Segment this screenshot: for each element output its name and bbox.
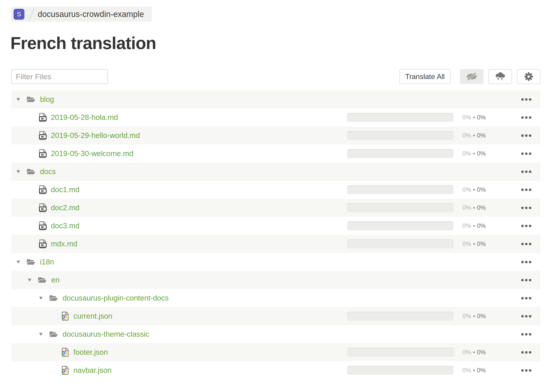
progress-bar xyxy=(347,149,453,158)
progress-percentages: 0%•0% xyxy=(453,349,486,356)
hide-completed-button[interactable] xyxy=(460,69,484,84)
collapse-triangle-icon[interactable] xyxy=(39,333,43,336)
json-file-icon xyxy=(61,366,69,375)
folder-icon xyxy=(26,258,36,266)
file-name-link[interactable]: footer.json xyxy=(73,348,108,357)
project-avatar[interactable]: S xyxy=(14,9,24,20)
folder-name-link[interactable]: docs xyxy=(40,167,56,176)
folder-row: i18n xyxy=(11,253,540,271)
folder-name-link[interactable]: en xyxy=(51,276,60,284)
file-row: footer.json 0%•0% xyxy=(11,343,540,361)
chrome-logo-icon xyxy=(62,369,67,374)
collapse-triangle-icon[interactable] xyxy=(16,98,20,101)
settings-gear-icon xyxy=(524,72,533,81)
file-row: M↓ doc1.md 0%•0% xyxy=(11,181,540,199)
progress-bar xyxy=(347,366,453,375)
progress-bar xyxy=(347,203,453,212)
row-menu-button[interactable] xyxy=(486,134,531,137)
markdown-file-icon: M↓ xyxy=(39,113,46,122)
progress-bar xyxy=(347,131,453,140)
settings-button[interactable] xyxy=(517,69,540,84)
progress-percentages: 0%•0% xyxy=(453,222,486,229)
progress-bar xyxy=(347,185,453,194)
file-row: M↓ doc3.md 0%•0% xyxy=(11,217,540,235)
folder-row: docusaurus-theme-classic xyxy=(11,325,540,343)
sync-files-button[interactable] xyxy=(488,69,512,84)
folder-icon xyxy=(26,168,36,175)
file-row: M↓ mdx.md 0%•0% xyxy=(11,235,540,253)
file-name-link[interactable]: current.json xyxy=(73,312,112,320)
markdown-file-icon: M↓ xyxy=(39,239,46,248)
row-menu-button[interactable] xyxy=(486,279,531,281)
row-menu-button[interactable] xyxy=(486,207,531,209)
folder-icon xyxy=(49,294,58,302)
breadcrumb-project-link[interactable]: docusaurus-crowdin-example xyxy=(38,9,144,19)
collapse-triangle-icon[interactable] xyxy=(16,261,20,264)
collapse-triangle-icon[interactable] xyxy=(39,297,43,300)
row-menu-button[interactable] xyxy=(486,261,531,263)
file-row: navbar.json 0%•0% xyxy=(11,361,540,379)
file-tree: blog M↓ 2019-05-28-hola.md 0%•0% M↓ 2019… xyxy=(11,90,540,379)
folder-name-link[interactable]: blog xyxy=(40,95,54,104)
progress-bar xyxy=(347,113,453,122)
file-row: M↓ doc2.md 0%•0% xyxy=(11,199,540,217)
chrome-logo-icon xyxy=(62,315,67,320)
file-name-link[interactable]: 2019-05-30-welcome.md xyxy=(51,149,133,158)
file-name-link[interactable]: doc2.md xyxy=(51,203,79,212)
progress-percentages: 0%•0% xyxy=(453,367,486,374)
collapse-triangle-icon[interactable] xyxy=(28,279,31,282)
file-name-link[interactable]: doc3.md xyxy=(51,222,79,230)
folder-row: docusaurus-plugin-content-docs xyxy=(11,289,540,307)
progress-bar xyxy=(347,239,453,248)
row-menu-button[interactable] xyxy=(486,170,531,173)
file-name-link[interactable]: navbar.json xyxy=(73,366,112,375)
eye-slash-icon xyxy=(466,72,477,81)
file-row: M↓ 2019-05-28-hola.md 0%•0% xyxy=(11,108,540,126)
row-menu-button[interactable] xyxy=(486,189,531,191)
markdown-file-icon: M↓ xyxy=(39,221,46,230)
row-menu-button[interactable] xyxy=(486,98,531,101)
row-menu-button[interactable] xyxy=(486,225,531,227)
row-menu-button[interactable] xyxy=(486,243,531,245)
progress-bar xyxy=(347,312,453,321)
progress-percentages: 0%•0% xyxy=(453,313,486,320)
row-menu-button[interactable] xyxy=(486,297,531,299)
row-menu-button[interactable] xyxy=(486,116,531,119)
row-menu-button[interactable] xyxy=(486,333,531,336)
progress-percentages: 0%•0% xyxy=(453,150,486,157)
file-row: M↓ 2019-05-30-welcome.md 0%•0% xyxy=(11,145,540,163)
file-name-link[interactable]: 2019-05-29-hello-world.md xyxy=(51,131,140,140)
file-row: current.json 0%•0% xyxy=(11,307,540,325)
markdown-file-icon: M↓ xyxy=(39,185,46,194)
file-name-link[interactable]: 2019-05-28-hola.md xyxy=(51,113,118,122)
file-row: M↓ 2019-05-29-hello-world.md 0%•0% xyxy=(11,126,540,145)
json-file-icon xyxy=(61,348,69,357)
file-name-link[interactable]: doc1.md xyxy=(51,185,79,194)
progress-percentages: 0%•0% xyxy=(453,132,486,139)
folder-icon xyxy=(49,331,58,338)
markdown-file-icon: M↓ xyxy=(39,131,46,140)
row-menu-button[interactable] xyxy=(486,351,531,354)
breadcrumb: S docusaurus-crowdin-example xyxy=(11,7,152,22)
folder-name-link[interactable]: docusaurus-theme-classic xyxy=(63,330,149,338)
folder-row: blog xyxy=(11,90,540,108)
file-name-link[interactable]: mdx.md xyxy=(51,240,77,248)
folder-name-link[interactable]: docusaurus-plugin-content-docs xyxy=(63,294,169,302)
progress-percentages: 0%•0% xyxy=(453,186,486,193)
markdown-file-icon: M↓ xyxy=(39,203,46,212)
row-menu-button[interactable] xyxy=(486,152,531,155)
page-content: S docusaurus-crowdin-example French tran… xyxy=(11,0,540,379)
row-menu-button[interactable] xyxy=(486,315,531,317)
progress-percentages: 0%•0% xyxy=(453,240,486,247)
cloud-sync-icon xyxy=(495,72,505,81)
toolbar-spacer xyxy=(108,69,399,84)
folder-name-link[interactable]: i18n xyxy=(40,258,54,266)
translate-all-button[interactable]: Translate All xyxy=(399,69,450,84)
collapse-triangle-icon[interactable] xyxy=(16,170,20,173)
page-title: French translation xyxy=(10,34,540,52)
progress-bar xyxy=(347,348,453,357)
filter-files-input[interactable] xyxy=(11,69,108,84)
breadcrumb-divider xyxy=(27,7,37,22)
folder-icon xyxy=(26,96,36,103)
row-menu-button[interactable] xyxy=(486,369,531,372)
